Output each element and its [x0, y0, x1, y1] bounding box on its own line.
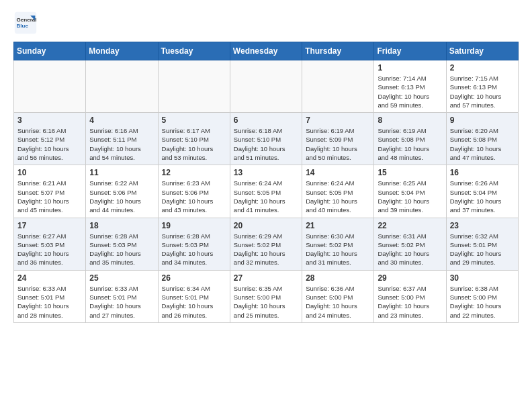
day-number: 27	[234, 273, 298, 283]
day-header-saturday: Saturday	[446, 42, 518, 60]
day-info: Sunrise: 6:23 AM Sunset: 5:06 PM Dayligh…	[162, 179, 226, 214]
day-info: Sunrise: 6:32 AM Sunset: 5:01 PM Dayligh…	[450, 232, 515, 267]
day-number: 20	[234, 221, 298, 230]
day-header-monday: Monday	[86, 42, 158, 60]
day-info: Sunrise: 6:24 AM Sunset: 5:05 PM Dayligh…	[234, 179, 298, 214]
day-info: Sunrise: 6:27 AM Sunset: 5:03 PM Dayligh…	[17, 232, 82, 267]
calendar-week-2: 3Sunrise: 6:16 AM Sunset: 5:12 PM Daylig…	[14, 113, 519, 165]
svg-text:Blue: Blue	[17, 23, 29, 29]
calendar-cell: 5Sunrise: 6:17 AM Sunset: 5:10 PM Daylig…	[158, 113, 230, 165]
calendar-cell: 10Sunrise: 6:21 AM Sunset: 5:07 PM Dayli…	[14, 165, 86, 218]
day-info: Sunrise: 6:18 AM Sunset: 5:10 PM Dayligh…	[234, 126, 298, 162]
day-number: 4	[89, 116, 154, 125]
calendar-cell: 25Sunrise: 6:33 AM Sunset: 5:01 PM Dayli…	[86, 270, 158, 322]
day-number: 2	[450, 63, 515, 73]
day-number: 13	[234, 168, 298, 177]
calendar-cell: 3Sunrise: 6:16 AM Sunset: 5:12 PM Daylig…	[14, 113, 86, 165]
day-number: 24	[17, 273, 82, 283]
calendar-cell: 8Sunrise: 6:19 AM Sunset: 5:08 PM Daylig…	[374, 113, 446, 165]
header: General Blue	[13, 11, 519, 35]
calendar-cell: 11Sunrise: 6:22 AM Sunset: 5:06 PM Dayli…	[86, 165, 158, 218]
day-info: Sunrise: 6:36 AM Sunset: 5:00 PM Dayligh…	[306, 284, 370, 320]
calendar-week-3: 10Sunrise: 6:21 AM Sunset: 5:07 PM Dayli…	[14, 165, 519, 218]
day-info: Sunrise: 6:19 AM Sunset: 5:09 PM Dayligh…	[306, 126, 370, 162]
calendar-cell: 28Sunrise: 6:36 AM Sunset: 5:00 PM Dayli…	[302, 270, 374, 322]
day-info: Sunrise: 6:16 AM Sunset: 5:11 PM Dayligh…	[89, 126, 154, 162]
day-info: Sunrise: 6:22 AM Sunset: 5:06 PM Dayligh…	[89, 179, 154, 214]
calendar-cell: 19Sunrise: 6:28 AM Sunset: 5:03 PM Dayli…	[158, 218, 230, 270]
day-number: 21	[306, 221, 370, 230]
day-number: 17	[17, 221, 82, 230]
calendar: SundayMondayTuesdayWednesdayThursdayFrid…	[13, 42, 519, 323]
day-number: 3	[17, 116, 82, 125]
day-number: 12	[162, 168, 226, 177]
day-info: Sunrise: 6:19 AM Sunset: 5:08 PM Dayligh…	[378, 126, 442, 162]
day-number: 22	[378, 221, 442, 230]
calendar-cell: 22Sunrise: 6:31 AM Sunset: 5:02 PM Dayli…	[374, 218, 446, 270]
calendar-cell: 14Sunrise: 6:24 AM Sunset: 5:05 PM Dayli…	[302, 165, 374, 218]
day-info: Sunrise: 6:28 AM Sunset: 5:03 PM Dayligh…	[162, 232, 226, 267]
calendar-cell	[158, 60, 230, 113]
day-number: 11	[89, 168, 154, 177]
calendar-cell: 6Sunrise: 6:18 AM Sunset: 5:10 PM Daylig…	[230, 113, 302, 165]
day-info: Sunrise: 6:16 AM Sunset: 5:12 PM Dayligh…	[17, 126, 82, 162]
calendar-cell	[302, 60, 374, 113]
calendar-cell: 29Sunrise: 6:37 AM Sunset: 5:00 PM Dayli…	[374, 270, 446, 322]
logo-icon: General Blue	[13, 11, 38, 35]
calendar-cell: 15Sunrise: 6:25 AM Sunset: 5:04 PM Dayli…	[374, 165, 446, 218]
calendar-cell	[14, 60, 86, 113]
day-info: Sunrise: 6:24 AM Sunset: 5:05 PM Dayligh…	[306, 179, 370, 214]
calendar-cell: 4Sunrise: 6:16 AM Sunset: 5:11 PM Daylig…	[86, 113, 158, 165]
day-info: Sunrise: 6:29 AM Sunset: 5:02 PM Dayligh…	[234, 232, 298, 267]
calendar-week-5: 24Sunrise: 6:33 AM Sunset: 5:01 PM Dayli…	[14, 270, 519, 322]
day-info: Sunrise: 6:34 AM Sunset: 5:01 PM Dayligh…	[162, 284, 226, 320]
calendar-cell: 2Sunrise: 7:15 AM Sunset: 6:13 PM Daylig…	[446, 60, 518, 113]
day-number: 10	[17, 168, 82, 177]
day-info: Sunrise: 6:26 AM Sunset: 5:04 PM Dayligh…	[450, 179, 515, 214]
day-header-wednesday: Wednesday	[230, 42, 302, 60]
day-info: Sunrise: 7:15 AM Sunset: 6:13 PM Dayligh…	[450, 74, 515, 109]
day-info: Sunrise: 6:35 AM Sunset: 5:00 PM Dayligh…	[234, 284, 298, 320]
day-header-sunday: Sunday	[14, 42, 86, 60]
calendar-cell: 18Sunrise: 6:28 AM Sunset: 5:03 PM Dayli…	[86, 218, 158, 270]
day-info: Sunrise: 7:14 AM Sunset: 6:13 PM Dayligh…	[378, 74, 442, 109]
day-number: 15	[378, 168, 442, 177]
calendar-cell: 20Sunrise: 6:29 AM Sunset: 5:02 PM Dayli…	[230, 218, 302, 270]
day-number: 9	[450, 116, 515, 125]
day-number: 16	[450, 168, 515, 177]
calendar-week-4: 17Sunrise: 6:27 AM Sunset: 5:03 PM Dayli…	[14, 218, 519, 270]
day-header-thursday: Thursday	[302, 42, 374, 60]
calendar-cell: 24Sunrise: 6:33 AM Sunset: 5:01 PM Dayli…	[14, 270, 86, 322]
calendar-cell: 1Sunrise: 7:14 AM Sunset: 6:13 PM Daylig…	[374, 60, 446, 113]
day-info: Sunrise: 6:25 AM Sunset: 5:04 PM Dayligh…	[378, 179, 442, 214]
calendar-cell: 23Sunrise: 6:32 AM Sunset: 5:01 PM Dayli…	[446, 218, 518, 270]
day-info: Sunrise: 6:30 AM Sunset: 5:02 PM Dayligh…	[306, 232, 370, 267]
calendar-cell	[230, 60, 302, 113]
day-number: 1	[378, 63, 442, 73]
day-number: 7	[306, 116, 370, 125]
calendar-cell: 30Sunrise: 6:38 AM Sunset: 5:00 PM Dayli…	[446, 270, 518, 322]
calendar-cell: 13Sunrise: 6:24 AM Sunset: 5:05 PM Dayli…	[230, 165, 302, 218]
day-info: Sunrise: 6:33 AM Sunset: 5:01 PM Dayligh…	[17, 284, 82, 320]
calendar-cell: 27Sunrise: 6:35 AM Sunset: 5:00 PM Dayli…	[230, 270, 302, 322]
calendar-header-row: SundayMondayTuesdayWednesdayThursdayFrid…	[14, 42, 519, 60]
day-info: Sunrise: 6:28 AM Sunset: 5:03 PM Dayligh…	[89, 232, 154, 267]
calendar-cell: 12Sunrise: 6:23 AM Sunset: 5:06 PM Dayli…	[158, 165, 230, 218]
day-number: 30	[450, 273, 515, 283]
calendar-cell: 7Sunrise: 6:19 AM Sunset: 5:09 PM Daylig…	[302, 113, 374, 165]
day-number: 19	[162, 221, 226, 230]
day-info: Sunrise: 6:33 AM Sunset: 5:01 PM Dayligh…	[89, 284, 154, 320]
calendar-cell	[86, 60, 158, 113]
day-info: Sunrise: 6:38 AM Sunset: 5:00 PM Dayligh…	[450, 284, 515, 320]
calendar-cell: 21Sunrise: 6:30 AM Sunset: 5:02 PM Dayli…	[302, 218, 374, 270]
day-number: 8	[378, 116, 442, 125]
day-number: 29	[378, 273, 442, 283]
day-number: 26	[162, 273, 226, 283]
calendar-cell: 26Sunrise: 6:34 AM Sunset: 5:01 PM Dayli…	[158, 270, 230, 322]
calendar-week-1: 1Sunrise: 7:14 AM Sunset: 6:13 PM Daylig…	[14, 60, 519, 113]
day-number: 28	[306, 273, 370, 283]
day-info: Sunrise: 6:17 AM Sunset: 5:10 PM Dayligh…	[162, 126, 226, 162]
day-info: Sunrise: 6:20 AM Sunset: 5:08 PM Dayligh…	[450, 126, 515, 162]
day-number: 14	[306, 168, 370, 177]
day-number: 6	[234, 116, 298, 125]
